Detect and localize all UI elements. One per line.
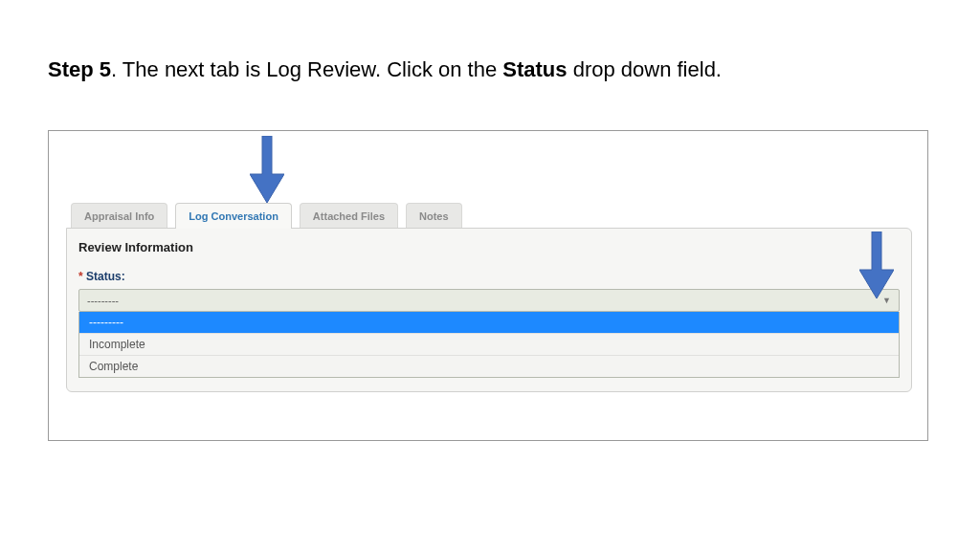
tab-log-conversation[interactable]: Log Conversation xyxy=(175,203,292,229)
status-field-label: * Status: xyxy=(78,270,900,283)
status-select-value: --------- xyxy=(87,295,119,306)
arrow-pointer-dropdown xyxy=(859,231,894,298)
section-title: Review Information xyxy=(78,240,900,254)
instruction-fragment-1: . The next tab is Log Review. Click on t… xyxy=(111,57,502,81)
step-number: Step 5 xyxy=(48,57,111,81)
arrow-pointer-tab xyxy=(250,136,284,203)
tab-row: Appraisal Info Log Conversation Attached… xyxy=(66,203,910,229)
status-select[interactable]: --------- ▼ xyxy=(78,289,900,312)
status-option-blank[interactable]: --------- xyxy=(79,312,899,334)
review-panel: Review Information * Status: --------- ▼… xyxy=(66,228,912,392)
screenshot-frame: Appraisal Info Log Conversation Attached… xyxy=(48,130,928,441)
tab-notes[interactable]: Notes xyxy=(406,203,462,229)
status-options-list: --------- Incomplete Complete xyxy=(78,312,900,378)
status-option-incomplete[interactable]: Incomplete xyxy=(79,334,899,356)
instruction-text: Step 5. The next tab is Log Review. Clic… xyxy=(48,57,932,82)
tab-attached-files[interactable]: Attached Files xyxy=(300,203,398,229)
instruction-fragment-2: drop down field. xyxy=(568,57,722,81)
tab-appraisal-info[interactable]: Appraisal Info xyxy=(71,203,167,229)
required-star: * xyxy=(78,270,83,283)
status-option-complete[interactable]: Complete xyxy=(79,356,899,377)
status-label-text: Status: xyxy=(86,270,125,283)
status-word: Status xyxy=(502,57,567,81)
